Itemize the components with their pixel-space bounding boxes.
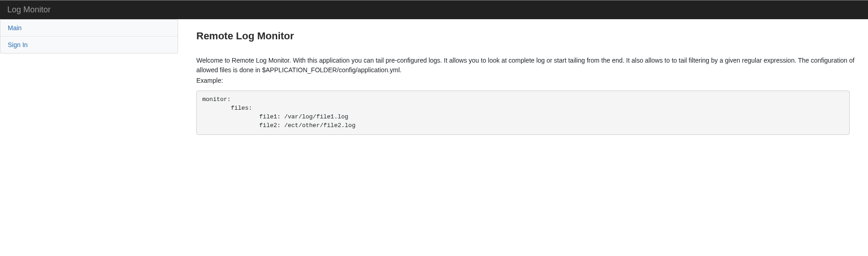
navbar: Log Monitor <box>0 0 868 19</box>
navbar-brand[interactable]: Log Monitor <box>7 5 51 15</box>
main-content: Remote Log Monitor Welcome to Remote Log… <box>196 19 868 146</box>
content-wrapper: Main Sign In Remote Log Monitor Welcome … <box>0 19 868 146</box>
example-label: Example: <box>196 77 859 84</box>
sidebar: Main Sign In <box>0 19 178 146</box>
code-block: monitor: files: file1: /var/log/file1.lo… <box>196 91 850 135</box>
sidebar-item-signin[interactable]: Sign In <box>0 37 178 53</box>
description-text: Welcome to Remote Log Monitor. With this… <box>196 56 859 75</box>
sidebar-nav: Main Sign In <box>0 19 178 53</box>
sidebar-item-main[interactable]: Main <box>0 20 178 37</box>
page-title: Remote Log Monitor <box>196 30 859 42</box>
